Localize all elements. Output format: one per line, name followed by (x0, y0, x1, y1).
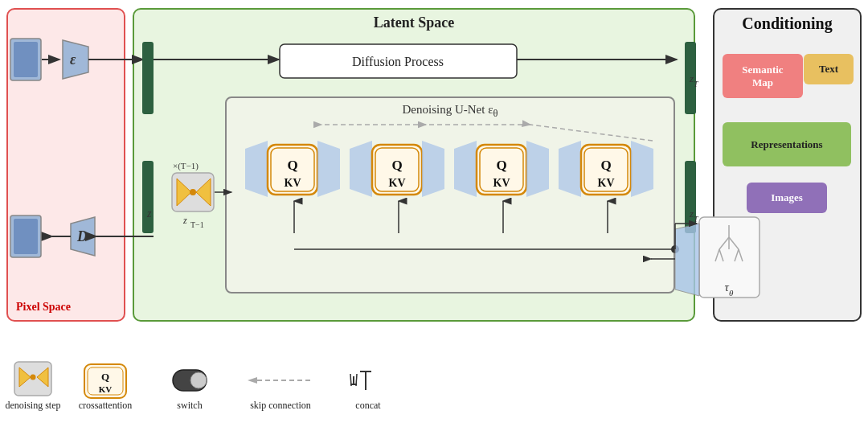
svg-text:skip connection: skip connection (250, 400, 311, 411)
conditioning-box: Conditioning SemanticMap Text Representa… (713, 8, 862, 322)
svg-point-90 (31, 375, 36, 380)
svg-rect-93 (88, 367, 123, 395)
svg-marker-89 (37, 367, 48, 387)
unet-label: Denoising U-Net εθ (403, 103, 498, 120)
latent-space-label: Latent Space (374, 14, 455, 31)
cond-repr: Representations (723, 122, 851, 166)
svg-line-105 (350, 374, 351, 386)
svg-point-98 (190, 372, 207, 388)
cond-text: Text (804, 54, 854, 84)
main-container: Pixel Space Latent Space Denoising U-Net… (0, 0, 868, 431)
svg-text:Q: Q (101, 371, 109, 383)
svg-rect-97 (173, 370, 207, 391)
conditioning-label: Conditioning (742, 14, 832, 33)
svg-rect-92 (84, 364, 126, 398)
cond-images: Images (747, 183, 827, 213)
svg-text:switch: switch (177, 400, 202, 411)
svg-text:concat: concat (355, 400, 381, 411)
unet-box: Denoising U-Net εθ (225, 96, 675, 293)
svg-text:crossattention: crossattention (79, 400, 133, 411)
svg-text:KV: KV (99, 384, 113, 394)
cond-semantic: SemanticMap (723, 54, 803, 98)
svg-rect-87 (14, 362, 51, 396)
svg-line-106 (356, 374, 357, 386)
pixel-space-label: Pixel Space (16, 301, 71, 314)
svg-text:denoising step: denoising step (6, 400, 61, 411)
svg-marker-101 (248, 377, 257, 384)
pixel-space-box: Pixel Space (6, 8, 125, 322)
svg-marker-88 (19, 367, 31, 387)
